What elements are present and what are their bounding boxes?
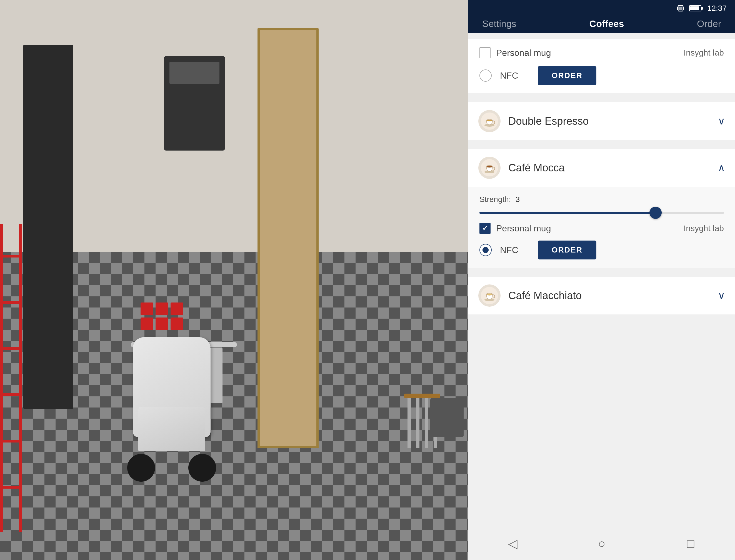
- right-panel: 12:37 Settings Coffees Order Personal mu…: [468, 0, 735, 560]
- location-top: Insyght lab: [684, 48, 724, 57]
- svg-rect-3: [683, 7, 684, 10]
- slider-thumb[interactable]: [649, 207, 662, 219]
- nfc-label-top: NFC: [500, 71, 518, 81]
- coffee-header-double-espresso[interactable]: Double Espresso ∨: [468, 102, 735, 140]
- coffee-card-double-espresso: Double Espresso ∨: [468, 102, 735, 140]
- back-icon: ◁: [508, 536, 517, 551]
- recents-button[interactable]: □: [679, 533, 702, 555]
- espresso-cup-icon: [481, 113, 498, 130]
- coffee-name-cafe-mocca: Café Mocca: [508, 162, 710, 174]
- back-button[interactable]: ◁: [502, 533, 524, 555]
- macchiato-cup-icon: [481, 287, 498, 304]
- coffee-card-cafe-macchiato: Café Macchiato ∨: [468, 277, 735, 314]
- coffee-icon-double-espresso: [478, 110, 501, 132]
- coffee-card-cafe-mocca: Café Mocca ∧ Strength: 3: [468, 149, 735, 268]
- recents-icon: □: [687, 537, 694, 551]
- content-area: Personal mug Insyght lab NFC ORDER: [468, 33, 735, 527]
- nfc-radio-top[interactable]: [479, 69, 492, 82]
- chevron-double-espresso: ∨: [718, 115, 725, 127]
- coffee-header-cafe-mocca[interactable]: Café Mocca ∧: [468, 149, 735, 187]
- battery-icon: [689, 5, 703, 11]
- nfc-radio-mocca[interactable]: [479, 244, 492, 256]
- strength-slider[interactable]: [479, 212, 724, 214]
- personal-mug-label-mocca: Personal mug: [496, 223, 551, 234]
- strength-label: Strength:: [479, 195, 511, 204]
- slider-track: [479, 212, 724, 214]
- personal-mug-label-top: Personal mug: [496, 48, 551, 58]
- chevron-cafe-mocca: ∧: [718, 162, 725, 174]
- svg-rect-1: [679, 7, 682, 10]
- vibrate-icon: [676, 4, 685, 13]
- tab-coffees[interactable]: Coffees: [584, 16, 630, 32]
- coffee-machine: [164, 56, 225, 151]
- order-button-mocca[interactable]: ORDER: [538, 241, 596, 259]
- cabinet: [23, 45, 73, 409]
- coffee-header-cafe-macchiato[interactable]: Café Macchiato ∨: [468, 277, 735, 314]
- tab-settings[interactable]: Settings: [477, 16, 522, 32]
- coffee-icon-cafe-macchiato: [478, 284, 501, 307]
- personal-mug-checkbox-top[interactable]: [479, 47, 491, 58]
- nav-bar: 12:37 Settings Coffees Order: [468, 0, 735, 33]
- svg-rect-2: [677, 7, 678, 10]
- mocca-cup-icon: [481, 159, 498, 176]
- order-button-top[interactable]: ORDER: [538, 66, 596, 85]
- nfc-label-mocca: NFC: [500, 245, 518, 255]
- home-button[interactable]: ○: [591, 533, 613, 555]
- camera-feed: [0, 0, 468, 560]
- home-icon: ○: [598, 537, 606, 551]
- status-time: 12:37: [707, 4, 727, 13]
- cafe-mocca-expanded: Strength: 3 Personal mug Insy: [468, 187, 735, 268]
- bottom-nav-bar: ◁ ○ □: [468, 527, 735, 560]
- personal-mug-checkbox-mocca[interactable]: [479, 223, 491, 234]
- chevron-cafe-macchiato: ∨: [718, 290, 725, 301]
- tab-order[interactable]: Order: [691, 16, 727, 32]
- top-settings-card: Personal mug Insyght lab NFC ORDER: [468, 39, 735, 93]
- slider-fill: [479, 212, 656, 214]
- location-mocca: Insyght lab: [684, 224, 724, 233]
- coffee-name-cafe-macchiato: Café Macchiato: [508, 290, 710, 302]
- coffee-icon-cafe-mocca: [478, 157, 501, 179]
- coffee-name-double-espresso: Double Espresso: [508, 115, 710, 127]
- strength-value: 3: [516, 195, 520, 204]
